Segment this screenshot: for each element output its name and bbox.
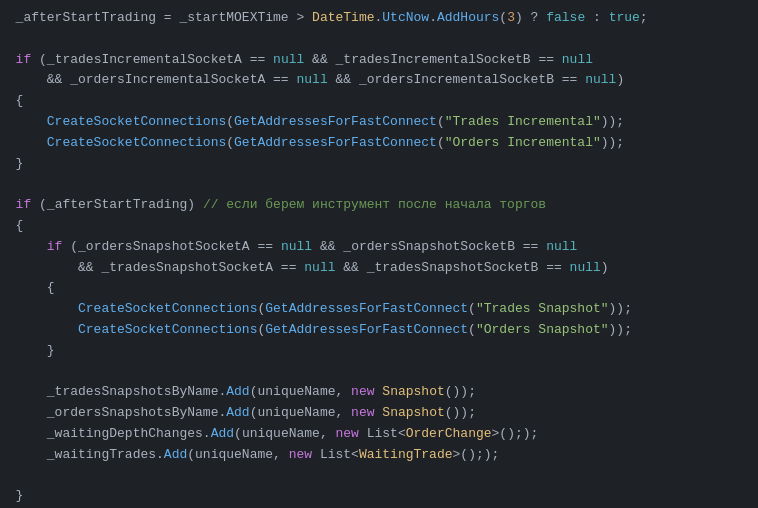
token: _ordersIncrementalSocketA bbox=[70, 72, 265, 87]
token: == bbox=[515, 239, 546, 254]
token: ) bbox=[187, 197, 203, 212]
token: new bbox=[336, 426, 359, 441]
token: ( bbox=[226, 135, 234, 150]
token: GetAddressesForFastConnect bbox=[234, 135, 437, 150]
line-content: CreateSocketConnections(GetAddressesForF… bbox=[0, 299, 742, 320]
token: , bbox=[336, 384, 352, 399]
token: Add bbox=[164, 447, 187, 462]
token: null bbox=[304, 260, 335, 275]
code-line: } bbox=[0, 486, 758, 507]
token: Snapshot bbox=[382, 384, 444, 399]
token: if bbox=[16, 52, 32, 67]
code-line: CreateSocketConnections(GetAddressesForF… bbox=[0, 320, 758, 341]
token: ()); bbox=[445, 405, 476, 420]
token bbox=[0, 405, 47, 420]
token: _tradesIncrementalSocketA bbox=[47, 52, 242, 67]
token: "Trades Incremental" bbox=[445, 114, 601, 129]
code-line: CreateSocketConnections(GetAddressesForF… bbox=[0, 112, 758, 133]
token: GetAddressesForFastConnect bbox=[234, 114, 437, 129]
code-line: _waitingDepthChanges.Add(uniqueName, new… bbox=[0, 424, 758, 445]
token: _tradesSnapshotSocketA bbox=[101, 260, 273, 275]
line-content: } bbox=[0, 341, 742, 362]
code-line: } bbox=[0, 341, 758, 362]
line-content: CreateSocketConnections(GetAddressesForF… bbox=[0, 320, 742, 341]
token: ( bbox=[62, 239, 78, 254]
token: == bbox=[273, 260, 304, 275]
token: if bbox=[47, 239, 63, 254]
token: )); bbox=[609, 301, 632, 316]
code-line: if (_tradesIncrementalSocketA == null &&… bbox=[0, 50, 758, 71]
token: )); bbox=[609, 322, 632, 337]
token: } bbox=[0, 488, 23, 503]
token: . bbox=[156, 447, 164, 462]
token: } bbox=[0, 343, 55, 358]
token bbox=[0, 135, 47, 150]
line-content: && _ordersIncrementalSocketA == null && … bbox=[0, 70, 742, 91]
code-line: _afterStartTrading = _startMOEXTime > Da… bbox=[0, 8, 758, 29]
line-content bbox=[0, 29, 742, 50]
token: >(); bbox=[453, 447, 484, 462]
line-content bbox=[0, 362, 742, 383]
line-content: _afterStartTrading = _startMOEXTime > Da… bbox=[0, 8, 742, 29]
token: CreateSocketConnections bbox=[78, 322, 257, 337]
token: ( bbox=[437, 114, 445, 129]
token bbox=[0, 52, 16, 67]
token: CreateSocketConnections bbox=[47, 114, 226, 129]
token: ( bbox=[226, 114, 234, 129]
token: GetAddressesForFastConnect bbox=[265, 301, 468, 316]
token: ( bbox=[234, 426, 242, 441]
code-line: { bbox=[0, 91, 758, 112]
token bbox=[0, 114, 47, 129]
token: >(); bbox=[492, 426, 523, 441]
token: _ordersSnapshotSocketA bbox=[78, 239, 250, 254]
token: : bbox=[585, 10, 608, 25]
token: uniqueName bbox=[257, 405, 335, 420]
token: uniqueName bbox=[195, 447, 273, 462]
token: null bbox=[273, 52, 304, 67]
code-line bbox=[0, 174, 758, 195]
token: if bbox=[16, 197, 32, 212]
token: , bbox=[336, 405, 352, 420]
code-line: _ordersSnapshotsByName.Add(uniqueName, n… bbox=[0, 403, 758, 424]
line-content: { bbox=[0, 216, 742, 237]
token: 3 bbox=[507, 10, 515, 25]
token: ( bbox=[437, 135, 445, 150]
token: Add bbox=[211, 426, 234, 441]
token: _afterStartTrading bbox=[47, 197, 187, 212]
code-line: if (_ordersSnapshotSocketA == null && _o… bbox=[0, 237, 758, 258]
token: && bbox=[0, 72, 70, 87]
token: ( bbox=[468, 322, 476, 337]
code-line: { bbox=[0, 216, 758, 237]
token: ( bbox=[499, 10, 507, 25]
line-content: _tradesSnapshotsByName.Add(uniqueName, n… bbox=[0, 382, 742, 403]
token bbox=[0, 426, 47, 441]
line-content: { bbox=[0, 91, 742, 112]
token: CreateSocketConnections bbox=[78, 301, 257, 316]
token: _waitingDepthChanges bbox=[47, 426, 203, 441]
token bbox=[0, 301, 78, 316]
token: && bbox=[336, 260, 367, 275]
token: uniqueName bbox=[257, 384, 335, 399]
token: AddHours bbox=[437, 10, 499, 25]
line-content: && _tradesSnapshotSocketA == null && _tr… bbox=[0, 258, 742, 279]
line-content: _ordersSnapshotsByName.Add(uniqueName, n… bbox=[0, 403, 742, 424]
token: { bbox=[0, 280, 55, 295]
token: ); bbox=[484, 447, 500, 462]
code-line: if (_afterStartTrading) // если берем ин… bbox=[0, 195, 758, 216]
line-content bbox=[0, 174, 742, 195]
token: { bbox=[0, 218, 23, 233]
line-content: { bbox=[0, 278, 742, 299]
token: null bbox=[296, 72, 327, 87]
code-line: && _tradesSnapshotSocketA == null && _tr… bbox=[0, 258, 758, 279]
token: == bbox=[554, 72, 585, 87]
line-content: CreateSocketConnections(GetAddressesForF… bbox=[0, 112, 742, 133]
token: == bbox=[538, 260, 569, 275]
token: WaitingTrade bbox=[359, 447, 453, 462]
token: , bbox=[320, 426, 336, 441]
code-line: } bbox=[0, 154, 758, 175]
token: null bbox=[570, 260, 601, 275]
line-content: if (_ordersSnapshotSocketA == null && _o… bbox=[0, 237, 742, 258]
token: _afterStartTrading = bbox=[0, 10, 179, 25]
token: && bbox=[312, 239, 343, 254]
token: GetAddressesForFastConnect bbox=[265, 322, 468, 337]
